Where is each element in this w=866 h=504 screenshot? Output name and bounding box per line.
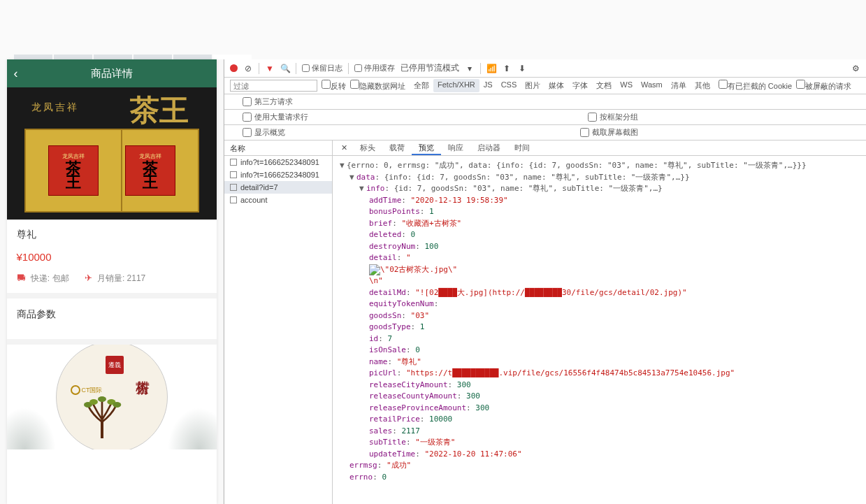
detail-tab-2[interactable]: 预览 — [412, 141, 441, 155]
truck-icon: ⛟ — [17, 273, 26, 283]
record-button[interactable] — [230, 64, 238, 72]
request-list: 名称 info?t=1666252348091info?t=1666252348… — [224, 141, 333, 504]
preserve-log-checkbox[interactable]: 保留日志 — [302, 63, 342, 73]
type-filters: 全部Fetch/XHRJSCSS图片媒体字体文档WSWasm清单其他 — [410, 79, 714, 92]
svg-point-4 — [113, 402, 121, 408]
type-filter-媒体[interactable]: 媒体 — [544, 79, 568, 92]
params-section-title: 商品参数 — [17, 308, 207, 321]
product-name: 尊礼 — [17, 229, 207, 241]
type-filter-js[interactable]: JS — [479, 79, 497, 92]
clear-button[interactable]: ⊘ — [243, 64, 253, 73]
type-filter-文档[interactable]: 文档 — [592, 79, 616, 92]
detail-tab-3[interactable]: 响应 — [441, 141, 470, 154]
settings-gear-icon[interactable]: ⚙ — [851, 64, 860, 73]
browser-tab[interactable] — [173, 55, 212, 59]
filter-input[interactable] — [230, 80, 317, 92]
browser-tab[interactable] — [14, 55, 52, 59]
product-hero-image: 龙凤吉祥 茶王 龙凤吉祥 茶王 龙凤吉祥 茶王 — [7, 87, 217, 220]
type-filter-ws[interactable]: WS — [616, 79, 637, 92]
back-button[interactable]: ‹ — [14, 66, 18, 81]
svg-point-1 — [89, 399, 98, 405]
mobile-header: ‹ 商品详情 — [7, 59, 217, 87]
browser-tab[interactable] — [94, 55, 132, 59]
request-row[interactable]: info?t=1666252348091 — [224, 168, 332, 181]
red-seal: 遵義 — [106, 356, 124, 374]
mobile-preview-pane: ‹ 商品详情 龙凤吉祥 茶王 龙凤吉祥 茶王 龙凤吉祥 茶王 — [0, 59, 224, 504]
page-title: 商品详情 — [91, 67, 133, 80]
tree-icon — [78, 396, 127, 438]
product-detail-image: 遵義 CT国际 — [7, 345, 217, 449]
browser-tab[interactable] — [54, 55, 92, 59]
hero-title: 茶王 — [130, 91, 189, 130]
screenshots-checkbox[interactable]: 截取屏幕截图 — [580, 127, 638, 138]
throttling-caret-icon[interactable]: ▾ — [465, 64, 475, 73]
detail-tabs: ✕ 标头载荷预览响应启动器时间 — [333, 141, 866, 156]
download-har-icon[interactable]: ⬇ — [517, 64, 527, 73]
blocked-requests-checkbox[interactable]: 被屏蔽的请求 — [796, 80, 851, 92]
detail-tab-4[interactable]: 启动器 — [470, 141, 507, 154]
large-rows-checkbox[interactable]: 使用大量请求行 — [243, 112, 308, 122]
product-price: ¥10000 — [17, 251, 207, 263]
type-filter-fetch/xhr[interactable]: Fetch/XHR — [433, 79, 479, 92]
request-list-header: 名称 — [224, 141, 332, 156]
wifi-icon[interactable]: 📶 — [486, 64, 496, 73]
type-filter-全部[interactable]: 全部 — [410, 79, 433, 92]
devtools-network-panel: ⊘ ▼ 🔍 保留日志 停用缓存 已停用节流模式 ▾ 📶 ⬆ ⬇ ⚙ 反转 隐藏数… — [224, 59, 866, 504]
request-row[interactable]: account — [224, 194, 332, 206]
detail-tab-5[interactable]: 时间 — [507, 141, 537, 154]
sales-info: ✈ 月销量: 2117 — [85, 273, 146, 285]
type-filter-css[interactable]: CSS — [497, 79, 521, 92]
request-row[interactable]: info?t=1666252348091 — [224, 156, 332, 168]
devtools-toolbar: ⊘ ▼ 🔍 保留日志 停用缓存 已停用节流模式 ▾ 📶 ⬆ ⬇ ⚙ — [224, 59, 866, 78]
hero-subtitle: 龙凤吉祥 — [31, 101, 79, 114]
brand-badge: CT国际 — [71, 385, 103, 395]
filter-toggle-icon[interactable]: ▼ — [265, 64, 275, 73]
browser-tab[interactable] — [133, 55, 172, 59]
invert-checkbox[interactable]: 反转 — [322, 80, 346, 92]
group-by-frame-checkbox[interactable]: 按框架分组 — [588, 112, 638, 122]
request-row[interactable]: detail?id=7 — [224, 181, 332, 194]
shipping-info: ⛟ 快递: 包邮 — [17, 273, 69, 285]
search-icon[interactable]: 🔍 — [280, 64, 290, 73]
type-filter-字体[interactable]: 字体 — [568, 79, 592, 92]
response-preview[interactable]: ▼{errno: 0, errmsg: "成功", data: {info: {… — [333, 156, 866, 504]
type-filter-清单[interactable]: 清单 — [667, 79, 691, 92]
upload-har-icon[interactable]: ⬆ — [502, 64, 512, 73]
close-detail-icon[interactable]: ✕ — [335, 143, 353, 152]
disable-cache-checkbox[interactable]: 停用缓存 — [354, 63, 395, 73]
svg-point-2 — [98, 396, 106, 402]
browser-tab-active[interactable] — [213, 55, 252, 59]
type-filter-图片[interactable]: 图片 — [521, 79, 544, 92]
blocked-cookies-checkbox[interactable]: 有已拦截的 Cookie — [719, 80, 792, 92]
third-party-checkbox[interactable]: 第三方请求 — [243, 96, 293, 107]
detail-tab-0[interactable]: 标头 — [353, 141, 382, 154]
tag-icon: ✈ — [85, 273, 92, 283]
browser-tab-strip — [0, 0, 866, 59]
throttling-select[interactable]: 已停用节流模式 — [400, 62, 459, 74]
product-box-front: 龙凤吉祥 茶王 — [24, 129, 122, 213]
hide-data-urls-checkbox[interactable]: 隐藏数据网址 — [350, 80, 405, 92]
overview-checkbox[interactable]: 显示概览 — [243, 127, 285, 138]
detail-tab-1[interactable]: 载荷 — [382, 141, 412, 154]
type-filter-其他[interactable]: 其他 — [691, 79, 714, 92]
type-filter-wasm[interactable]: Wasm — [637, 79, 667, 92]
request-detail-pane: ✕ 标头载荷预览响应启动器时间 ▼{errno: 0, errmsg: "成功"… — [333, 141, 866, 504]
devtools-filter-row: 反转 隐藏数据网址 全部Fetch/XHRJSCSS图片媒体字体文档WSWasm… — [224, 78, 866, 94]
